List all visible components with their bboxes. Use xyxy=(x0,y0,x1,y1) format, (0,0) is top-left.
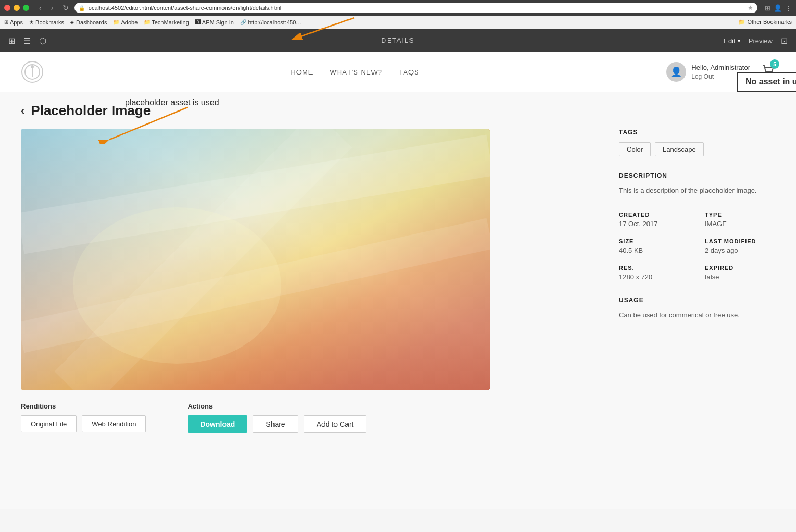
bookmark-dashboards[interactable]: ◈ Dashboards xyxy=(70,19,107,26)
cms-grid-icon[interactable]: ⊞ xyxy=(8,36,15,46)
user-avatar-icon: 👤 xyxy=(670,66,682,78)
app-header: HOME WHAT'S NEW? FAQS 👤 Hello, Administr… xyxy=(0,52,796,92)
svg-line-9 xyxy=(109,107,188,140)
main-content: ‹ Placeholder Image placeholder asset is… xyxy=(0,92,796,509)
share-button[interactable]: Share xyxy=(253,415,298,433)
download-button[interactable]: Download xyxy=(188,415,247,433)
sidebar-meta-section: CREATED 17 Oct. 2017 TYPE IMAGE SIZE 40.… xyxy=(619,212,775,281)
bookmark-aem-signin[interactable]: 🅰 AEM Sign In xyxy=(195,19,234,26)
created-value: 17 Oct. 2017 xyxy=(619,220,689,228)
last-modified-label: LAST MODIFIED xyxy=(705,238,775,244)
no-asset-tooltip: No asset in url suffix xyxy=(737,72,796,92)
last-modified-value: 2 days ago xyxy=(705,246,775,254)
lock-icon: 🔒 xyxy=(79,5,85,11)
tag-list: Color Landscape xyxy=(619,142,775,156)
meta-created: CREATED 17 Oct. 2017 xyxy=(619,212,689,228)
content-left: ‹ Placeholder Image placeholder asset is… xyxy=(21,103,598,499)
meta-size: SIZE 40.5 KB xyxy=(619,238,689,254)
meta-grid: CREATED 17 Oct. 2017 TYPE IMAGE SIZE 40.… xyxy=(619,212,775,281)
renditions-label: Renditions xyxy=(21,402,146,410)
app-nav: HOME WHAT'S NEW? FAQS xyxy=(291,68,419,76)
folder2-icon: 📁 xyxy=(144,19,150,25)
res-label: RES. xyxy=(619,265,689,271)
meta-expired: EXPIRED false xyxy=(705,265,775,281)
res-value: 1280 x 720 xyxy=(619,273,689,281)
created-label: CREATED xyxy=(619,212,689,218)
cart-badge: 5 xyxy=(770,59,779,69)
usage-section-title: USAGE xyxy=(619,296,775,304)
tag-landscape[interactable]: Landscape xyxy=(655,142,704,156)
folder-icon: 📁 xyxy=(113,19,119,25)
browser-reload-btn[interactable]: ↻ xyxy=(60,3,71,13)
address-bar[interactable]: 🔒 localhost:4502/editor.html/content/ass… xyxy=(74,3,757,13)
settings-icon[interactable]: ⋮ xyxy=(785,4,792,12)
user-avatar: 👤 xyxy=(666,62,686,82)
usage-text: Can be used for commerical or free use. xyxy=(619,310,775,320)
nav-faqs[interactable]: FAQS xyxy=(399,68,419,76)
app-logo xyxy=(21,60,44,83)
meta-res: RES. 1280 x 720 xyxy=(619,265,689,281)
bookmark-techmarketing[interactable]: 📁 TechMarketing xyxy=(144,19,189,26)
cms-preview-button[interactable]: Preview xyxy=(749,37,773,45)
original-file-button[interactable]: Original File xyxy=(21,415,77,432)
star-icon: ★ xyxy=(29,19,34,25)
cms-responsive-icon[interactable]: ⊡ xyxy=(781,36,788,46)
bookmark-bookmarks[interactable]: ★ Bookmarks xyxy=(29,19,64,26)
other-bookmarks[interactable]: 📁 Other Bookmarks xyxy=(738,19,792,26)
aem-icon: 🅰 xyxy=(195,19,201,25)
type-value: IMAGE xyxy=(705,220,775,228)
browser-maximize-btn[interactable] xyxy=(23,5,29,11)
actions-section: Actions Download Share Add to Cart xyxy=(188,402,366,433)
asset-gradient-svg xyxy=(21,129,490,390)
svg-point-4 xyxy=(31,65,34,68)
tags-section-title: TAGS xyxy=(619,129,775,136)
cms-components-icon[interactable]: ⬡ xyxy=(39,36,46,46)
description-text: This is a description of the placeholder… xyxy=(619,185,775,196)
expired-value: false xyxy=(705,273,775,281)
extensions-icon[interactable]: ⊞ xyxy=(765,4,770,12)
cms-topbar-right: Edit ▾ Preview ⊡ xyxy=(724,36,788,46)
asset-image xyxy=(21,129,490,390)
meta-last-modified: LAST MODIFIED 2 days ago xyxy=(705,238,775,254)
rendition-buttons: Original File Web Rendition xyxy=(21,415,146,432)
size-value: 40.5 KB xyxy=(619,246,689,254)
description-section-title: DESCRIPTION xyxy=(619,172,775,179)
user-profile-icon[interactable]: 👤 xyxy=(774,4,782,12)
tag-color[interactable]: Color xyxy=(619,142,651,156)
link-icon: 🔗 xyxy=(240,19,246,25)
web-rendition-button[interactable]: Web Rendition xyxy=(82,415,146,432)
cms-properties-icon[interactable]: ☰ xyxy=(23,36,31,46)
expired-label: EXPIRED xyxy=(705,265,775,271)
meta-type: TYPE IMAGE xyxy=(705,212,775,228)
sidebar: TAGS Color Landscape DESCRIPTION This is… xyxy=(619,103,775,499)
cms-edit-button[interactable]: Edit ▾ xyxy=(724,37,740,45)
placeholder-annotation-text: placeholder asset is used xyxy=(125,98,219,107)
bookmark-apps[interactable]: ⊞ Apps xyxy=(4,19,23,26)
placeholder-gradient xyxy=(21,129,490,390)
add-to-cart-button[interactable]: Add to Cart xyxy=(304,415,367,433)
sidebar-tags-section: TAGS Color Landscape xyxy=(619,129,775,156)
cms-topbar: ⊞ ☰ ⬡ DETAILS No asset in url suffix Edi… xyxy=(0,29,796,52)
placeholder-arrow-svg xyxy=(94,102,208,144)
browser-forward-btn[interactable]: › xyxy=(48,3,56,13)
bookmark-star-icon[interactable]: ★ xyxy=(748,4,753,11)
annotation-arrow-svg xyxy=(281,13,365,44)
sidebar-description-section: DESCRIPTION This is a description of the… xyxy=(619,172,775,196)
back-button[interactable]: ‹ xyxy=(21,104,24,118)
browser-back-btn[interactable]: ‹ xyxy=(36,3,44,13)
browser-nav: ‹ › ↻ xyxy=(36,3,71,13)
bottom-section: Renditions Original File Web Rendition A… xyxy=(21,402,598,433)
size-label: SIZE xyxy=(619,238,689,244)
type-label: TYPE xyxy=(705,212,775,218)
browser-toolbar-icons: ⊞ 👤 ⋮ xyxy=(765,4,792,12)
dashboards-icon: ◈ xyxy=(70,19,74,25)
nav-home[interactable]: HOME xyxy=(291,68,313,76)
browser-close-btn[interactable] xyxy=(4,5,10,11)
bookmark-adobe[interactable]: 📁 Adobe xyxy=(113,19,138,26)
browser-minimize-btn[interactable] xyxy=(14,5,20,11)
svg-point-15 xyxy=(73,207,281,364)
action-buttons: Download Share Add to Cart xyxy=(188,415,366,433)
actions-label: Actions xyxy=(188,402,366,410)
url-text: localhost:4502/editor.html/content/asset… xyxy=(87,5,745,11)
nav-whats-new[interactable]: WHAT'S NEW? xyxy=(330,68,382,76)
